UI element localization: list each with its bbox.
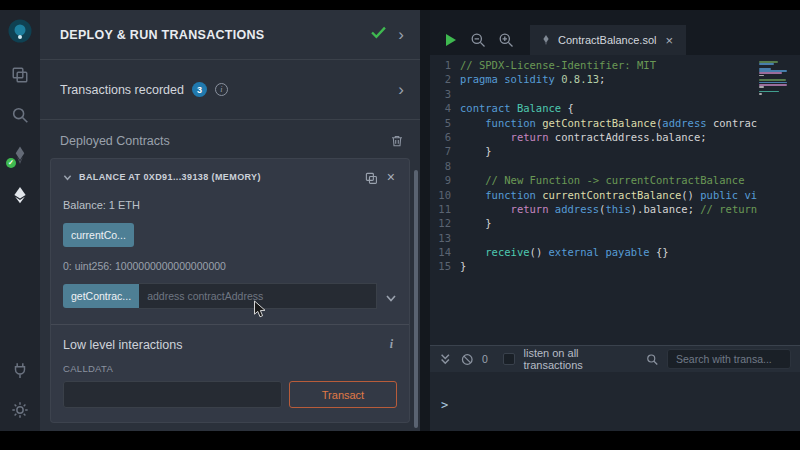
transactions-count-badge: 3 [192,82,207,97]
panel-gap [420,10,430,431]
deployed-contract-card: BALANCE AT 0XD91...39138 (MEMORY) × Bala… [50,158,410,423]
mouse-cursor [253,300,267,319]
zoom-out-icon[interactable] [470,32,486,48]
get-contract-balance-button[interactable]: getContrac... [63,284,139,308]
terminal-search-input[interactable] [667,349,791,369]
deployed-contracts-label: Deployed Contracts [60,134,390,148]
panel-title: DEPLOY & RUN TRANSACTIONS [60,28,371,42]
low-level-interactions-label: Low level interactions [63,338,386,352]
listen-checkbox[interactable] [503,353,515,365]
copy-icon[interactable] [365,171,378,184]
code-line: 2pragma solidity 0.8.13; [430,72,800,86]
editor-toolbar [430,25,526,55]
code-line: 15} [430,259,800,273]
terminal: 0 listen on all transactions > [430,345,800,431]
trash-icon[interactable] [390,134,404,148]
listen-label: listen on all transactions [524,347,637,371]
code-line: 13 [430,231,800,245]
terminal-console[interactable]: > [430,372,800,431]
code-line: 8 [430,159,800,173]
main-content: ✓ [0,10,800,431]
card-divider [51,324,409,325]
remix-logo[interactable] [7,18,33,44]
code-editor[interactable]: 1// SPDX-License-Identifier: MIT2pragma … [430,55,800,345]
low-level-info-icon[interactable]: i [386,337,397,352]
calldata-input[interactable] [63,381,282,408]
code-line: 11 return address(this).balance; // retu… [430,202,800,216]
panel-scrollbar[interactable] [414,170,418,428]
run-script-icon[interactable] [442,32,458,48]
code-line: 14 receive() external payable {} [430,245,800,259]
environment-ok-check-icon [371,25,386,44]
tab-contractbalance-sol[interactable]: ContractBalance.sol × [530,25,686,55]
clear-console-icon[interactable] [461,353,474,366]
tab-label: ContractBalance.sol [558,34,656,46]
close-icon[interactable]: × [385,170,397,184]
chevron-right-icon[interactable]: › [396,81,406,98]
code-line: 6 return contractAddress.balance; [430,130,800,144]
terminal-search-icon [646,353,659,366]
terminal-prompt: > [441,398,448,412]
app-window: ✓ [0,0,800,450]
contract-card-header[interactable]: BALANCE AT 0XD91...39138 (MEMORY) × [63,168,397,186]
code-lines: 1// SPDX-License-Identifier: MIT2pragma … [430,58,800,274]
low-level-interactions-header: Low level interactions i [63,337,397,352]
file-explorer-icon[interactable] [11,66,29,84]
get-contract-balance-row: getContrac... [63,283,397,309]
code-line: 1// SPDX-License-Identifier: MIT [430,58,800,72]
tab-close-icon[interactable]: × [663,34,675,47]
search-icon[interactable] [11,106,29,124]
minimap[interactable] [756,59,798,95]
code-line: 10 function currentContractBalance() pub… [430,188,800,202]
code-line: 7 } [430,144,800,158]
zoom-in-icon[interactable] [498,32,514,48]
letterbox-bottom [0,431,800,450]
plugin-manager-icon[interactable] [11,361,29,379]
pending-tx-count: 0 [482,353,488,365]
editor-tabbar: ContractBalance.sol × [430,10,800,55]
deployed-contracts-header: Deployed Contracts [40,120,420,156]
contract-instance-title: BALANCE AT 0XD91...39138 (MEMORY) [79,172,358,182]
expand-arguments-chevron-icon[interactable] [385,290,397,302]
icon-sidebar: ✓ [0,10,40,431]
solidity-file-icon [541,35,551,45]
deploy-run-icon[interactable] [11,186,29,204]
editor-area: ContractBalance.sol × 1// SPDX-License-I… [430,10,800,431]
code-line: 3 [430,87,800,101]
settings-icon[interactable] [11,401,29,419]
transactions-recorded-row[interactable]: Transactions recorded 3 i › [40,60,420,120]
transact-row: Transact [63,381,397,408]
deploy-run-panel: DEPLOY & RUN TRANSACTIONS › Transactions… [40,10,420,431]
code-line: 9 // New Function -> currentContractBala… [430,173,800,187]
transactions-recorded-label: Transactions recorded [60,83,184,97]
code-line: 12 } [430,216,800,230]
chevron-down-icon[interactable] [63,168,72,186]
collapse-terminal-icon[interactable] [439,353,452,366]
solidity-compiler-icon[interactable]: ✓ [11,146,29,164]
deploy-panel-header: DEPLOY & RUN TRANSACTIONS › [40,10,420,60]
compiled-check-badge: ✓ [6,158,16,168]
code-line: 5 function getContractBalance(address co… [430,116,800,130]
calldata-label: CALLDATA [63,363,397,374]
current-contract-balance-button[interactable]: currentCo... [63,223,134,247]
info-icon[interactable]: i [215,83,228,96]
terminal-toolbar: 0 listen on all transactions [430,346,800,372]
call-output-value: 0: uint256: 1000000000000000000 [63,260,397,272]
letterbox-top [0,0,800,10]
code-line: 4contract Balance { [430,101,800,115]
transact-button[interactable]: Transact [289,381,397,408]
contract-balance-label: Balance: 1 ETH [63,199,397,211]
chevron-right-icon[interactable]: › [396,26,406,43]
